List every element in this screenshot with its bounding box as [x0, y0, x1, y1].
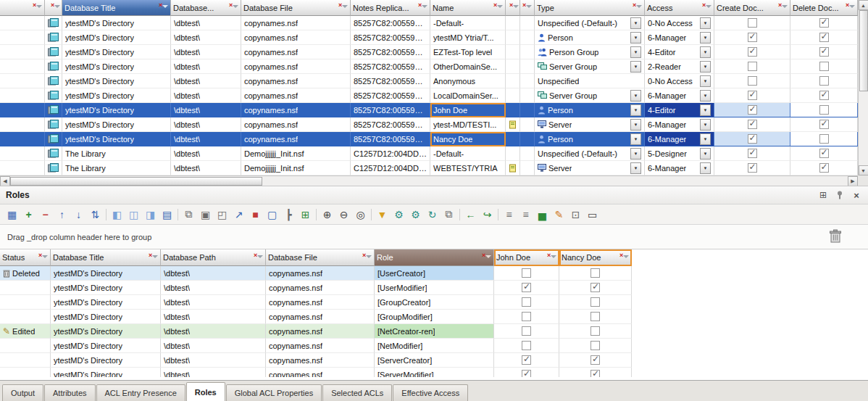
column-header-role[interactable]: Role: [375, 249, 494, 266]
access-cell[interactable]: 4-Editor: [645, 45, 714, 59]
db-path-cell[interactable]: \dbtest\: [171, 117, 241, 132]
panel-pin-icon[interactable]: [834, 190, 846, 201]
db-icon-cell[interactable]: [45, 161, 62, 175]
row-status-cell[interactable]: [0, 74, 45, 88]
paste-icon[interactable]: ▣: [197, 207, 214, 223]
filter-icon[interactable]: [633, 4, 642, 12]
create-doc-checkbox[interactable]: [748, 120, 757, 129]
delete-doc-cell[interactable]: [790, 161, 858, 175]
scroll-right-button[interactable]: [848, 176, 858, 186]
column-header-db-icon[interactable]: [45, 0, 62, 16]
horizontal-scrollbar-thumb[interactable]: [10, 177, 262, 186]
replica-cell[interactable]: 85257C82:00559616: [351, 117, 430, 132]
type-cell[interactable]: Server: [535, 117, 645, 132]
role-checkbox[interactable]: [591, 341, 600, 350]
db-file-cell[interactable]: copynames.nsf: [241, 117, 351, 132]
role-cell[interactable]: [GroupCreator]: [375, 295, 494, 310]
db-icon-cell[interactable]: [45, 103, 62, 117]
flag-cell[interactable]: [506, 59, 520, 74]
access-dropdown-button[interactable]: [700, 133, 711, 145]
flag-cell[interactable]: [506, 132, 520, 146]
db-icon-cell[interactable]: [45, 16, 62, 30]
filter-icon[interactable]: [702, 4, 711, 12]
db-title-cell[interactable]: ytestMD's Directory: [51, 339, 161, 353]
db-icon-cell[interactable]: [45, 30, 62, 45]
create-doc-checkbox[interactable]: [748, 47, 757, 57]
filter-icon[interactable]: [522, 4, 532, 12]
row-status-cell[interactable]: [0, 132, 45, 146]
user2-role-cell[interactable]: [559, 368, 632, 377]
filter-icon[interactable]: [338, 4, 348, 12]
column-header-database-path[interactable]: Database Path: [161, 249, 266, 266]
db-path-cell[interactable]: \dbtest\: [161, 353, 266, 368]
status-cell[interactable]: [0, 295, 51, 310]
column-header-name[interactable]: Name: [430, 0, 506, 16]
delete-doc-cell[interactable]: [790, 74, 858, 88]
db-title-cell[interactable]: ytestMD's Directory: [62, 132, 171, 146]
name-cell[interactable]: Nancy Doe: [430, 132, 506, 146]
delete-doc-checkbox[interactable]: [819, 76, 829, 86]
role-checkbox[interactable]: [522, 326, 531, 336]
role-checkbox[interactable]: [591, 312, 600, 321]
replica-cell[interactable]: C1257D12:004DD7...: [351, 161, 430, 175]
filter-funnel-icon[interactable]: ▼: [374, 207, 391, 223]
column-header-user1[interactable]: John Doe: [494, 249, 559, 266]
row-list-icon[interactable]: ▤: [159, 207, 175, 223]
db-title-cell[interactable]: ytestMD's Directory: [51, 324, 161, 339]
replica-cell[interactable]: 85257C82:00559616: [351, 45, 430, 59]
role-cell[interactable]: [NetModifier]: [375, 339, 494, 353]
delete-doc-checkbox[interactable]: [819, 62, 829, 71]
db-icon-cell[interactable]: [45, 132, 62, 146]
access-cell[interactable]: 6-Manager: [645, 88, 714, 103]
delete-doc-cell[interactable]: [790, 132, 858, 146]
delete-doc-cell[interactable]: [790, 88, 858, 103]
db-path-cell[interactable]: \dbtest\: [161, 324, 266, 339]
filter-icon[interactable]: [418, 4, 427, 12]
create-doc-checkbox[interactable]: [748, 91, 757, 100]
column-header-database-title[interactable]: Database Title: [62, 0, 171, 16]
reorder-icon[interactable]: ⇅: [87, 207, 104, 223]
flag-cell[interactable]: [506, 103, 520, 117]
db-title-cell[interactable]: ytestMD's Directory: [62, 117, 171, 132]
delete-doc-checkbox[interactable]: [819, 163, 829, 173]
create-doc-checkbox[interactable]: [748, 33, 757, 42]
chart-icon[interactable]: ▅: [534, 207, 551, 223]
type-dropdown-button[interactable]: [630, 90, 641, 102]
extra-cell[interactable]: [520, 103, 535, 117]
db-path-cell[interactable]: \dbtest\: [171, 132, 241, 146]
create-doc-cell[interactable]: [714, 146, 790, 161]
flag-cell[interactable]: [506, 30, 520, 45]
type-dropdown-button[interactable]: [630, 17, 641, 29]
role-cell[interactable]: [ServerCreator]: [375, 353, 494, 368]
db-icon-cell[interactable]: [45, 45, 62, 59]
type-dropdown-button[interactable]: [630, 119, 641, 131]
create-doc-cell[interactable]: [714, 59, 790, 74]
replica-cell[interactable]: 85257C82:00559616: [351, 88, 430, 103]
access-cell[interactable]: 6-Manager: [645, 30, 714, 45]
create-doc-checkbox[interactable]: [748, 62, 757, 71]
db-path-cell[interactable]: \dbtest\: [161, 266, 266, 281]
column-header-delete-doc[interactable]: Delete Doc...: [790, 0, 858, 16]
type-cell[interactable]: Server Group: [535, 59, 645, 74]
column-header-database-title[interactable]: Database Title: [51, 249, 161, 266]
db-path-cell[interactable]: \dbtest\: [171, 45, 241, 59]
type-cell[interactable]: Person: [535, 103, 645, 117]
create-doc-cell[interactable]: [714, 88, 790, 103]
create-doc-checkbox[interactable]: [748, 105, 757, 115]
zoom-in-icon[interactable]: ⊕: [319, 207, 335, 223]
access-dropdown-button[interactable]: [700, 17, 711, 29]
user2-role-cell[interactable]: [559, 266, 632, 281]
type-cell[interactable]: Person: [535, 30, 645, 45]
settings-gear-icon[interactable]: ⚙: [391, 207, 407, 223]
status-cell[interactable]: [0, 353, 51, 368]
filter-icon[interactable]: [362, 254, 372, 262]
recycle-bin-icon[interactable]: [829, 229, 842, 245]
filter-icon[interactable]: [482, 254, 491, 262]
column-header-status[interactable]: Status: [0, 249, 51, 266]
db-path-cell[interactable]: \dbtest\: [161, 295, 266, 310]
delete-doc-checkbox[interactable]: [819, 105, 829, 115]
delete-doc-cell[interactable]: [790, 146, 858, 161]
refresh-icon[interactable]: ↻: [424, 207, 441, 223]
role-checkbox[interactable]: [522, 268, 531, 278]
type-cell[interactable]: Unspecified (-Default-): [535, 16, 645, 30]
